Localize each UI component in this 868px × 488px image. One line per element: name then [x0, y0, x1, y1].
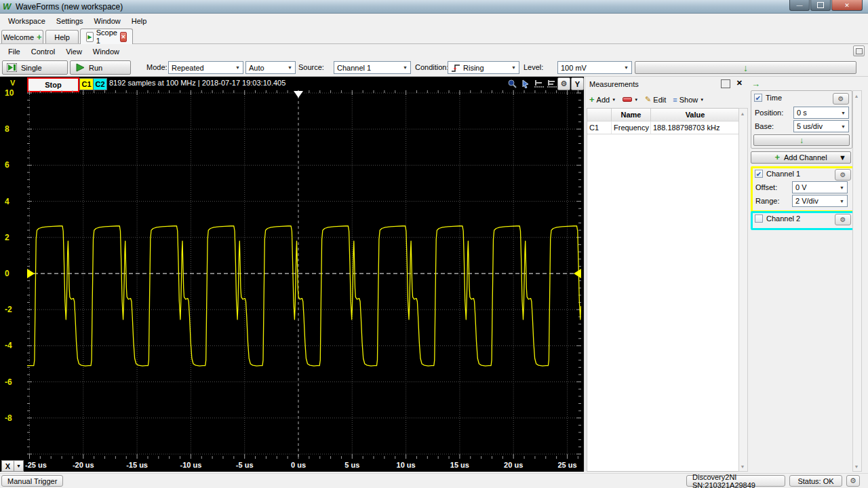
green-down-arrow-icon: ↓ — [800, 136, 804, 145]
offset-select[interactable]: 0 V ▼ — [792, 181, 848, 193]
mode-select[interactable]: Repeated ▼ — [168, 61, 243, 74]
add-channel-button[interactable]: + Add Channel ▼ — [751, 151, 851, 164]
channel1-checkbox[interactable]: ✔ — [755, 170, 763, 178]
x-axis-button[interactable]: X — [1, 460, 14, 472]
plus-icon: + — [589, 96, 595, 103]
status-settings-button[interactable]: ⚙ — [846, 475, 860, 487]
scroll-down-icon[interactable]: ▼ — [739, 462, 746, 470]
condition-select[interactable]: Rising ▼ — [448, 61, 519, 74]
device-button[interactable]: Discovery2NI SN:210321A29849 — [686, 475, 785, 487]
add-tab-icon[interactable]: + — [37, 34, 42, 41]
tab-welcome[interactable]: Welcome + — [1, 30, 43, 43]
show-label: Show — [679, 96, 698, 104]
chevron-down-icon: ▼ — [840, 199, 844, 204]
close-tab-icon[interactable]: ✕ — [120, 32, 127, 42]
manual-trigger-button[interactable]: Manual Trigger — [1, 475, 63, 487]
close-panel-icon[interactable]: ✕ — [736, 79, 743, 88]
cell-name: Frequency — [612, 121, 651, 134]
x-tick-label: -5 us — [236, 461, 254, 469]
level-value: 100 mV — [561, 64, 587, 72]
y-cursors-icon[interactable] — [546, 78, 558, 89]
channel2-row: Channel 2 — [755, 214, 800, 223]
channel1-settings-button[interactable]: ⚙ — [835, 169, 851, 181]
channel1-badge[interactable]: C1 — [79, 78, 94, 90]
scope-menu-item-control[interactable]: Control — [26, 46, 60, 57]
source-select[interactable]: Channel 1 ▼ — [334, 61, 411, 74]
tab-help[interactable]: Help — [45, 30, 79, 43]
trigger-position-marker[interactable] — [294, 91, 303, 98]
scroll-up-icon[interactable]: ▲ — [853, 92, 860, 100]
gear-icon: ⚙ — [561, 79, 568, 88]
channel2-settings-button[interactable]: ⚙ — [835, 214, 851, 225]
run-button[interactable]: Run — [70, 60, 131, 75]
table-row[interactable]: C1 Frequency 188.188798703 kHz — [587, 121, 739, 134]
restore-button[interactable] — [810, 0, 831, 11]
acquisition-toolbar: Single Run Mode: Repeated ▼ Auto ▼ Sourc… — [0, 58, 868, 77]
scope-menu-item-file[interactable]: File — [3, 46, 26, 57]
app-logo-icon: W — [3, 2, 12, 12]
main-menubar: WorkspaceSettingsWindowHelp — [0, 14, 868, 28]
y-axis-button[interactable]: Y — [571, 77, 584, 90]
channel2-badge[interactable]: C2 — [93, 78, 107, 90]
time-row: ✔ Time — [754, 94, 782, 102]
range-select[interactable]: 2 V/div ▼ — [792, 195, 848, 207]
remove-measurement-button[interactable]: ▼ — [623, 97, 638, 102]
channel1-offset-marker[interactable] — [27, 269, 35, 278]
panel-scrollbar[interactable]: ▲ ▼ — [852, 90, 862, 472]
close-button[interactable]: ✕ — [831, 0, 863, 11]
menu-item-workspace[interactable]: Workspace — [3, 16, 51, 26]
channel1-row: ✔ Channel 1 — [755, 170, 800, 178]
x-tick-label: 0 us — [291, 461, 306, 469]
scope-menu-item-view[interactable]: View — [60, 46, 87, 57]
float-panel-icon[interactable] — [721, 79, 730, 88]
plot-settings-button[interactable]: ⚙ — [557, 77, 570, 90]
scope-display: V Stop C1 C2 8192 samples at 100 MHz | 2… — [0, 77, 584, 472]
float-window-button[interactable] — [853, 45, 865, 56]
collapse-panel-icon[interactable]: → — [751, 79, 760, 89]
measurements-table: Name Value C1 Frequency 188.188798703 kH… — [587, 108, 740, 472]
scroll-up-icon[interactable]: ▲ — [739, 109, 746, 117]
add-measurement-button[interactable]: + Add ▼ — [589, 96, 616, 104]
chevron-down-icon: ▼ — [16, 464, 21, 468]
show-measurement-button[interactable]: ≡ Show ▼ — [673, 96, 704, 104]
chevron-down-icon: ▼ — [840, 185, 844, 190]
run-label: Run — [89, 64, 102, 72]
scroll-down-icon[interactable]: ▼ — [853, 462, 860, 470]
scope-header: V Stop C1 C2 8192 samples at 100 MHz | 2… — [0, 77, 584, 90]
trigger-mode-select[interactable]: Auto ▼ — [245, 61, 296, 74]
tab-label: Welcome — [3, 33, 34, 41]
y-axis-labels: 1086420-2-4-6-8 — [0, 90, 27, 459]
time-settings-button[interactable]: ⚙ — [833, 93, 849, 105]
trigger-position-button[interactable]: ↓ — [635, 61, 856, 74]
chevron-down-icon: ▼ — [700, 98, 704, 102]
y-tick-label: 8 — [5, 124, 9, 134]
minimize-button[interactable]: — — [789, 0, 810, 11]
tab-scope-1[interactable]: ▶ Scope 1 ✕ — [80, 29, 133, 44]
time-zoom-button[interactable]: ↓ — [753, 134, 850, 146]
header-blank — [587, 109, 612, 121]
time-checkbox[interactable]: ✔ — [754, 94, 762, 102]
chevron-down-icon: ▼ — [841, 124, 846, 129]
base-select[interactable]: 5 us/div ▼ — [793, 120, 849, 132]
channel1-waveform — [27, 226, 581, 366]
plus-icon: + — [774, 154, 780, 161]
zoom-tool-icon[interactable] — [506, 78, 518, 89]
x-cursors-icon[interactable] — [533, 78, 545, 89]
cursor-tool-icon[interactable] — [519, 78, 532, 89]
edit-measurement-button[interactable]: ✎ Edit — [645, 95, 666, 104]
position-select[interactable]: 0 s ▼ — [793, 107, 849, 119]
channel2-checkbox[interactable] — [755, 214, 763, 223]
scope-plot[interactable] — [27, 90, 581, 459]
menu-item-settings[interactable]: Settings — [51, 16, 89, 26]
header-name[interactable]: Name — [612, 109, 651, 121]
menu-item-help[interactable]: Help — [126, 16, 153, 26]
trigger-level-marker[interactable] — [574, 269, 581, 278]
x-axis-dropdown[interactable]: ▼ — [14, 460, 24, 472]
level-select[interactable]: 100 mV ▼ — [557, 61, 632, 74]
scope-menu-item-window[interactable]: Window — [87, 46, 125, 57]
measurements-scrollbar[interactable]: ▲ ▼ — [738, 108, 748, 472]
header-value[interactable]: Value — [651, 109, 739, 121]
status-button[interactable]: Status: OK — [789, 475, 842, 487]
menu-item-window[interactable]: Window — [89, 16, 126, 26]
single-button[interactable]: Single — [2, 60, 68, 75]
